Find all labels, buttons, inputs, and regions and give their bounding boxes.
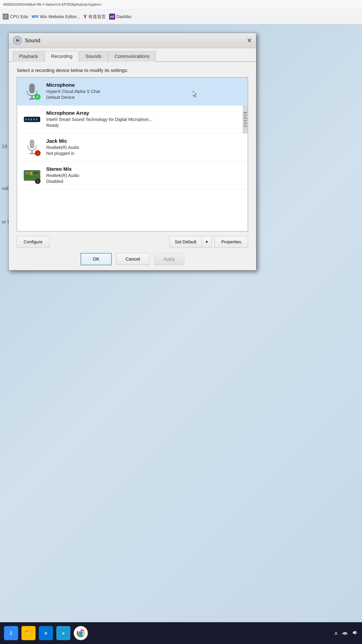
set-default-main[interactable]: Set Default — [169, 236, 202, 248]
set-default-button[interactable]: Set Default ▼ — [169, 236, 212, 248]
properties-button[interactable]: Properties — [215, 236, 248, 248]
browser-tab-wix[interactable]: WIX Wix Website Editor... — [31, 14, 80, 19]
device-desc-mic-array: Intel® Smart Sound Technology for Digita… — [46, 117, 152, 122]
close-button[interactable]: ✕ — [243, 33, 256, 48]
taskbar-chrome[interactable] — [74, 626, 88, 640]
down-dark-badge: ↓ — [35, 178, 40, 184]
device-desc-stereo-mix: Realtek(R) Audio — [46, 173, 79, 178]
device-desc-jack-mic: Realtek(R) Audio — [46, 145, 79, 150]
favicon-cpu: C — [3, 14, 9, 20]
device-status-stereo-mix: Disabled — [46, 179, 79, 184]
device-name-jack-mic: Jack Mic — [46, 138, 79, 144]
page-background: 19... ual ur Free Sound ✕ Playback Recor… — [0, 24, 362, 622]
browser-tab-youdao[interactable]: Y 有道首页 — [83, 14, 106, 20]
device-item-mic-array[interactable]: Microphone Array Intel® Smart Sound Tech… — [17, 106, 248, 134]
svg-point-34 — [79, 632, 82, 634]
mic-hyperx-icon-wrap: ✓ — [23, 82, 41, 100]
dialog-body: Select a recording device below to modif… — [9, 62, 256, 270]
taskbar-zoom[interactable]: Z — [4, 626, 18, 640]
device-name-stereo-mix: Stereo Mix — [46, 166, 79, 172]
tray-network[interactable] — [342, 630, 348, 637]
svg-rect-3 — [31, 96, 32, 98]
set-default-arrow[interactable]: ▼ — [202, 236, 212, 248]
down-red-badge: ↓ — [35, 150, 40, 156]
jack-mic-icon-wrap: ↓ — [23, 138, 41, 157]
svg-rect-14 — [29, 153, 35, 154]
sound-icon — [13, 36, 22, 45]
tab-bar: Playback Recording Sounds Communications — [9, 48, 256, 62]
tab-recording[interactable]: Recording — [45, 51, 79, 62]
configure-button[interactable]: Configure — [17, 236, 49, 248]
tab-sounds[interactable]: Sounds — [79, 51, 108, 62]
device-list[interactable]: ✓ Microphone HyperX Cloud Alpha S Chat D… — [17, 77, 248, 232]
title-text: Sound — [25, 38, 40, 44]
svg-rect-2 — [29, 84, 34, 93]
svg-rect-13 — [31, 150, 32, 154]
svg-point-35 — [344, 634, 346, 635]
svg-text:e: e — [44, 630, 47, 636]
browser-tab-cpu[interactable]: C CPU Edu — [3, 14, 28, 20]
level-bars — [243, 106, 248, 133]
browser-tabs: C CPU Edu WIX Wix Website Editor... Y 有道… — [0, 9, 362, 24]
device-info-microphone: Microphone HyperX Cloud Alpha S Chat Def… — [46, 82, 100, 100]
url-bar: 6650632940448&ei=ftk-Y-6aAorV4-EP2f28qAs… — [0, 0, 362, 9]
cursor-position — [193, 91, 197, 99]
svg-rect-18 — [34, 172, 35, 174]
button-row-1: Configure Set Default ▼ Properties — [17, 236, 248, 248]
sound-dialog: Sound ✕ Playback Recording Sounds Commun… — [8, 33, 256, 270]
cancel-button[interactable]: Cancel — [116, 253, 149, 265]
taskbar: Z e e ∧ — [0, 622, 362, 644]
device-status-mic-array: Ready — [46, 123, 152, 128]
svg-rect-9 — [31, 118, 32, 120]
svg-text:e: e — [62, 631, 64, 636]
title-bar: Sound ✕ — [9, 33, 256, 48]
svg-marker-27 — [25, 630, 28, 632]
tray-chevron[interactable]: ∧ — [334, 630, 338, 636]
device-item-microphone[interactable]: ✓ Microphone HyperX Cloud Alpha S Chat D… — [17, 78, 248, 106]
svg-rect-12 — [30, 140, 34, 148]
dialog-description: Select a recording device below to modif… — [17, 68, 248, 73]
taskbar-edge[interactable]: e — [39, 626, 53, 640]
device-item-jack-mic[interactable]: ↓ Jack Mic Realtek(R) Audio Not plugged … — [17, 134, 248, 162]
svg-rect-11 — [36, 118, 37, 120]
device-desc-microphone: HyperX Cloud Alpha S Chat — [46, 89, 100, 94]
tray-icons: ∧ — [334, 630, 358, 637]
apply-button[interactable]: Apply — [154, 253, 184, 265]
svg-rect-10 — [33, 118, 35, 120]
mic-array-icon — [24, 114, 40, 125]
taskbar-ie[interactable]: e — [56, 626, 70, 640]
device-item-stereo-mix[interactable]: ↓ Stereo Mix Realtek(R) Audio Disabled — [17, 162, 248, 190]
svg-rect-7 — [25, 118, 27, 120]
device-info-jack-mic: Jack Mic Realtek(R) Audio Not plugged in — [46, 138, 79, 156]
svg-rect-17 — [30, 172, 32, 175]
svg-rect-16 — [25, 172, 29, 174]
mic-array-icon-wrap — [23, 110, 41, 129]
device-name-mic-array: Microphone Array — [46, 110, 152, 116]
tab-playback[interactable]: Playback — [13, 51, 44, 62]
device-name-microphone: Microphone — [46, 82, 100, 88]
svg-marker-5 — [193, 91, 196, 97]
favicon-ed: ed — [109, 14, 115, 20]
device-status-jack-mic: Not plugged in — [46, 151, 79, 156]
url-text: 6650632940448&ei=ftk-Y-6aAorV4-EP2f28qAs… — [3, 2, 102, 7]
device-info-mic-array: Microphone Array Intel® Smart Sound Tech… — [46, 110, 152, 128]
taskbar-files[interactable] — [21, 626, 35, 640]
tray-sound[interactable] — [352, 630, 358, 637]
favicon-youdao: Y — [83, 14, 87, 20]
svg-rect-4 — [29, 98, 35, 100]
device-status-microphone: Default Device — [46, 95, 100, 100]
tab-communications[interactable]: Communications — [108, 51, 156, 62]
device-info-stereo-mix: Stereo Mix Realtek(R) Audio Disabled — [46, 166, 79, 184]
svg-text:Z: Z — [10, 630, 12, 636]
favicon-wix: WIX — [31, 14, 38, 19]
stereo-mix-icon-wrap: ↓ — [23, 166, 41, 185]
check-badge: ✓ — [34, 94, 40, 100]
ok-cancel-row: OK Cancel Apply — [17, 253, 248, 265]
browser-tab-dashbo[interactable]: ed Dashbo — [109, 14, 132, 20]
svg-rect-19 — [36, 172, 38, 174]
ok-button[interactable]: OK — [81, 253, 111, 265]
svg-marker-36 — [353, 630, 356, 634]
svg-rect-8 — [28, 118, 29, 120]
